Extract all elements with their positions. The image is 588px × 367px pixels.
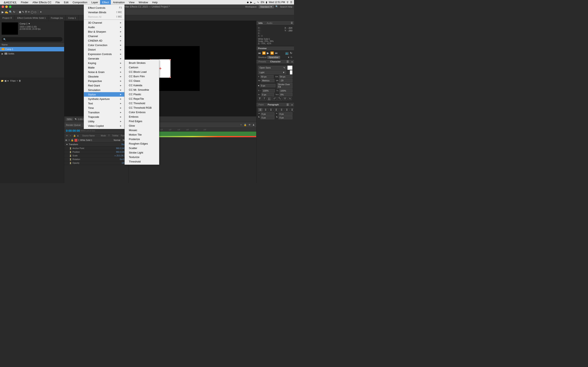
menu-distort[interactable]: Distort ► xyxy=(84,47,124,52)
stopwatch-rot-icon[interactable]: ⏳ xyxy=(69,158,72,160)
info-tab[interactable]: Info xyxy=(256,22,265,24)
submenu-cc-plastic[interactable]: CC Plastic xyxy=(125,92,159,96)
delete-icon[interactable]: 🗑 xyxy=(19,80,21,82)
step-forward-icon[interactable]: ⏩ xyxy=(270,51,274,55)
zoom-tool-icon[interactable]: 🔍 xyxy=(9,10,12,13)
project-menu-icon[interactable]: ☰ xyxy=(10,17,12,19)
eye-toggle[interactable]: 👁 xyxy=(65,139,67,142)
submenu-cc-block-load[interactable]: CC Block Load xyxy=(125,69,159,74)
shortcut-key[interactable]: Spacebar xyxy=(267,56,280,59)
rectangle-tool-icon[interactable]: ▣ xyxy=(19,10,21,13)
submenu-brush-strokes[interactable]: Brush Strokes xyxy=(125,60,159,65)
stopwatch-pos-icon[interactable]: ⏳ xyxy=(69,151,72,153)
menu-simulation[interactable]: Simulation ► xyxy=(84,88,124,92)
menu-keying[interactable]: Keying ► xyxy=(84,61,124,65)
play-icon[interactable]: ▶ xyxy=(267,51,269,55)
subscript-btn[interactable]: TT xyxy=(277,97,282,100)
char-panel-expand[interactable]: » xyxy=(290,60,294,63)
menu-stylize[interactable]: Stylize ► xyxy=(84,92,124,97)
handle-tr[interactable] xyxy=(170,59,171,60)
pen-tool-icon[interactable]: ✎ xyxy=(22,10,24,13)
italic-btn[interactable]: T xyxy=(262,97,266,100)
menu-obsolete[interactable]: Obsolete ► xyxy=(84,74,124,79)
align-justify-last-btn[interactable]: ☰ xyxy=(290,108,294,111)
menu-composition[interactable]: Composition xyxy=(70,0,89,4)
project-search-bar[interactable]: 🔍 xyxy=(2,37,62,42)
notification-icon[interactable]: ☰ xyxy=(290,1,292,4)
menu-channel[interactable]: Channel ► xyxy=(84,34,124,38)
menu-help[interactable]: Help xyxy=(150,0,160,4)
align-right-btn[interactable]: ☰ xyxy=(269,108,273,111)
maximize-button[interactable] xyxy=(9,6,11,8)
space-before-input[interactable]: 0 px xyxy=(260,116,274,119)
menu-red-giant[interactable]: Red Giant ► xyxy=(84,83,124,88)
indent-right-input[interactable]: 0 px xyxy=(278,112,292,116)
shortcut-reset-icon[interactable]: ↻ xyxy=(291,56,292,59)
lock-icon[interactable]: 🔒 xyxy=(244,124,247,126)
menu-finder[interactable]: Finder xyxy=(19,0,30,4)
scale-v-input[interactable]: 100% xyxy=(279,89,292,92)
loop-icon[interactable]: ↻ xyxy=(290,51,292,55)
menu-window[interactable]: Window xyxy=(137,0,150,4)
menu-venetian-blinds[interactable]: Venetian Blinds ⇧⌘E xyxy=(84,10,124,15)
menu-cinema4d[interactable]: CINEMA 4D ► xyxy=(84,38,124,43)
zoom-selector[interactable]: 50% xyxy=(66,118,73,121)
space-after-input[interactable]: 0 px xyxy=(278,116,292,119)
preview-tab[interactable]: Preview xyxy=(256,46,294,50)
kerning-input[interactable]: Metrics xyxy=(261,79,274,82)
apple-logo-icon[interactable]: &#63743; xyxy=(2,1,19,4)
go-start-icon[interactable]: ⏮ xyxy=(258,51,261,55)
menu-effect[interactable]: Effect xyxy=(100,0,111,4)
menu-video-copilot[interactable]: Video Copilot ► xyxy=(84,124,124,128)
stroke-type-selector[interactable]: Stroke Over Fill xyxy=(277,83,292,89)
tab-footage[interactable]: Footage (no xyxy=(48,15,66,21)
menu-matte[interactable]: Matte ► xyxy=(84,65,124,70)
solo-icon[interactable]: ⚬ xyxy=(240,124,242,126)
shortcut-menu-icon[interactable]: ▼ xyxy=(287,56,290,58)
layer-row[interactable]: 👁 ⚬ 🔓 1 White Solid 1 Normal None xyxy=(64,138,129,142)
menu-effect-controls[interactable]: Effect Controls F3 xyxy=(84,6,124,10)
submenu-color-emboss[interactable]: Color Emboss xyxy=(125,110,159,114)
shy-icon[interactable]: ♟ xyxy=(252,124,255,126)
submenu-strobe-light[interactable]: Strobe Light xyxy=(125,150,159,155)
grid-icon[interactable]: ◥ xyxy=(75,118,76,120)
eraser-tool-icon[interactable]: ◻ xyxy=(34,11,36,13)
stroke-size-input[interactable]: 0 px xyxy=(260,84,275,87)
paint-panel-menu[interactable]: ☰ xyxy=(285,103,290,106)
submenu-cc-threshold-rgb[interactable]: CC Threshold RGB xyxy=(125,105,159,110)
menu-color-correction[interactable]: Color Correction ► xyxy=(84,43,124,47)
menu-trapcode[interactable]: Trapcode ► xyxy=(84,115,124,119)
menu-edit[interactable]: Edit xyxy=(62,0,70,4)
baseline-input[interactable]: 0 px xyxy=(261,93,274,96)
search-help-label[interactable]: Search Help xyxy=(280,6,292,8)
text-tool-icon[interactable]: T xyxy=(25,10,27,14)
mode-display[interactable]: Normal xyxy=(114,139,120,141)
align-justify-btn[interactable]: ☰ xyxy=(274,108,278,111)
menu-layer[interactable]: Layer xyxy=(89,0,100,4)
rotation-char-input[interactable]: 0% xyxy=(279,93,292,96)
transform-expand-icon[interactable]: ▼ xyxy=(66,143,68,146)
audio-tab[interactable]: Audio xyxy=(265,22,274,24)
menu-blur-sharpen[interactable]: Blur & Sharpen ► xyxy=(84,29,124,34)
submenu-posterize[interactable]: Posterize xyxy=(125,137,159,141)
font-weight-selector[interactable]: Light ▼ xyxy=(258,71,286,74)
submenu-threshold[interactable]: Threshold xyxy=(125,159,159,164)
stroke-color-swatch[interactable] xyxy=(287,70,290,75)
submenu-emboss[interactable]: Emboss xyxy=(125,114,159,119)
submenu-texturize[interactable]: Texturize xyxy=(125,155,159,159)
scale-h-input[interactable]: 100% xyxy=(262,89,275,92)
solo-toggle[interactable]: ⚬ xyxy=(68,139,70,142)
project-item-solids[interactable]: ▶ Solids xyxy=(0,51,64,56)
submenu-cc-kaleida[interactable]: CC Kaleida xyxy=(125,83,159,87)
menu-text[interactable]: Text ► xyxy=(84,101,124,106)
paragraph-tab[interactable]: Paragraph xyxy=(266,103,281,106)
paint-panel-expand[interactable]: » xyxy=(290,103,294,106)
menu-view[interactable]: View xyxy=(127,0,137,4)
submenu-scatter[interactable]: Scatter xyxy=(125,146,159,150)
submenu-cc-burn-film[interactable]: CC Burn Film xyxy=(125,74,159,78)
audio-output-icon[interactable]: 📺 xyxy=(285,51,289,55)
stopwatch-icon[interactable]: ⏳ xyxy=(69,147,72,150)
underline-btn[interactable]: TT xyxy=(267,97,272,100)
fill-color-swatch2[interactable] xyxy=(290,70,292,75)
menu-file[interactable]: File xyxy=(53,0,62,4)
